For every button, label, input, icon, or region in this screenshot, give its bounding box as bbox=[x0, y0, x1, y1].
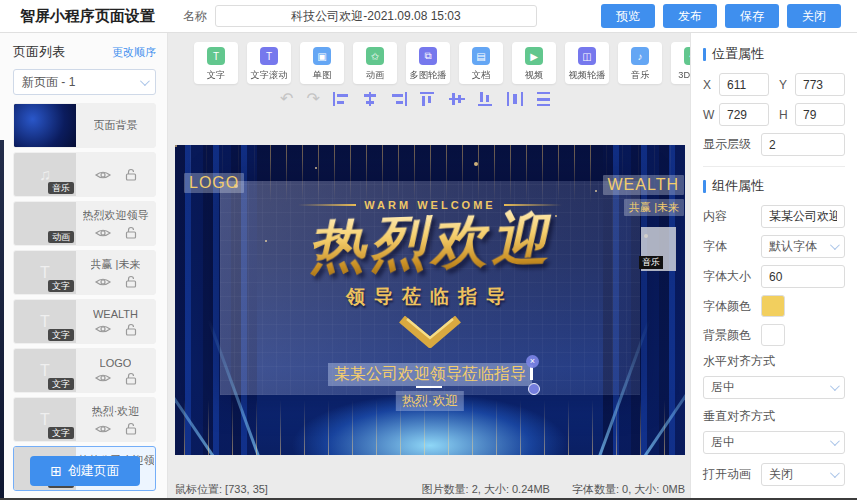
visibility-eye-icon[interactable] bbox=[95, 323, 111, 335]
component-music[interactable]: ♪ 音乐 bbox=[618, 42, 662, 84]
delete-element-icon[interactable]: × bbox=[526, 355, 539, 368]
status-bar: 鼠标位置: [733, 35] 图片数量: 2, 大小: 0.24MB 字体数量… bbox=[175, 482, 685, 497]
content-label: 内容 bbox=[703, 208, 761, 225]
background-thumbnail bbox=[14, 104, 76, 147]
component-text-scroll[interactable]: T 文字滚动 bbox=[247, 42, 291, 84]
text-icon: T bbox=[40, 362, 50, 380]
chevron-down-icon bbox=[830, 240, 840, 250]
image-count-status: 图片数量: 2, 大小: 0.24MB bbox=[422, 482, 550, 497]
v-align-dropdown[interactable]: 居中 bbox=[703, 431, 845, 454]
y-input[interactable] bbox=[795, 73, 845, 96]
page-select-dropdown[interactable]: 新页面 - 1 bbox=[13, 69, 156, 95]
lock-icon[interactable] bbox=[125, 422, 137, 435]
component-video-carousel[interactable]: ◫ 视频轮播 bbox=[565, 42, 609, 84]
layer-item-music[interactable]: ♫ 音乐 bbox=[13, 152, 156, 197]
reorder-link[interactable]: 更改顺序 bbox=[112, 45, 156, 60]
font-size-input[interactable] bbox=[761, 265, 845, 288]
mouse-position-status: 鼠标位置: [733, 35] bbox=[175, 482, 268, 497]
distribute-horizontal-icon[interactable] bbox=[507, 92, 523, 106]
visibility-eye-icon[interactable] bbox=[95, 372, 111, 384]
preview-button[interactable]: 预览 bbox=[601, 4, 655, 28]
bg-color-label: 背景颜色 bbox=[703, 327, 761, 344]
align-right-icon[interactable] bbox=[391, 92, 407, 106]
h-align-dropdown[interactable]: 居中 bbox=[703, 376, 845, 399]
lock-icon[interactable] bbox=[125, 168, 137, 181]
window-left-edge bbox=[0, 140, 4, 500]
bg-color-swatch[interactable] bbox=[761, 324, 785, 346]
open-animation-dropdown[interactable]: 关闭 bbox=[761, 463, 845, 486]
content-input[interactable] bbox=[761, 205, 845, 228]
header-buttons: 预览 发布 保存 关闭 bbox=[601, 4, 841, 28]
distribute-vertical-icon[interactable] bbox=[536, 92, 552, 106]
v-align-label: 垂直对齐方式 bbox=[703, 408, 845, 425]
font-color-swatch[interactable] bbox=[761, 295, 785, 317]
visibility-eye-icon[interactable] bbox=[95, 169, 111, 181]
publish-button[interactable]: 发布 bbox=[663, 4, 717, 28]
layer-item-text-wealth[interactable]: T 文字 WEALTH bbox=[13, 299, 156, 344]
layer-item-background[interactable]: 页面背景 bbox=[13, 103, 156, 148]
canvas-wealth-text[interactable]: WEALTH bbox=[603, 175, 684, 195]
page-list-sidebar: 页面列表 更改顺序 新页面 - 1 页面背景 ♫ 音乐 bbox=[0, 33, 168, 500]
layer-item-text-winwin[interactable]: T 文字 共赢 |未来 bbox=[13, 250, 156, 295]
layer-item-animation[interactable]: 动画 热烈欢迎领导 bbox=[13, 201, 156, 246]
section-divider bbox=[703, 166, 845, 167]
redo-icon[interactable]: ↷ bbox=[306, 91, 319, 107]
layer-level-input[interactable] bbox=[761, 133, 845, 156]
w-input[interactable] bbox=[719, 103, 769, 126]
component-animation[interactable]: ✩ 动画 bbox=[353, 42, 397, 84]
layer-label: 热烈欢迎领导 bbox=[83, 208, 149, 223]
save-button[interactable]: 保存 bbox=[725, 4, 779, 28]
visibility-eye-icon[interactable] bbox=[95, 276, 111, 288]
align-center-horizontal-icon[interactable] bbox=[362, 92, 378, 106]
layer-item-text-welcome[interactable]: T 文字 热烈·欢迎 bbox=[13, 397, 156, 442]
component-video[interactable]: ▶ 视频 bbox=[512, 42, 556, 84]
main-title-text: 热烈欢迎 bbox=[175, 196, 685, 291]
text-icon: T bbox=[40, 411, 50, 429]
text-thumbnail: T 文字 bbox=[14, 300, 76, 343]
font-label: 字体 bbox=[703, 238, 761, 255]
layer-level-label: 显示层级 bbox=[703, 136, 761, 153]
resize-handle[interactable] bbox=[528, 383, 540, 395]
lock-icon[interactable] bbox=[125, 275, 137, 288]
x-input[interactable] bbox=[719, 73, 769, 96]
visibility-eye-icon[interactable] bbox=[95, 423, 111, 435]
visibility-eye-icon[interactable] bbox=[95, 227, 111, 239]
align-top-icon[interactable] bbox=[420, 92, 436, 106]
text-icon: T bbox=[207, 47, 225, 65]
music-icon: ♫ bbox=[39, 166, 51, 184]
layer-label: WEALTH bbox=[93, 308, 138, 320]
canvas-small-welcome-text[interactable]: 热烈·欢迎 bbox=[396, 391, 464, 411]
h-input[interactable] bbox=[795, 103, 845, 126]
images-icon: ⧉ bbox=[419, 47, 437, 65]
sparkles-decoration bbox=[175, 145, 177, 147]
close-button[interactable]: 关闭 bbox=[787, 4, 841, 28]
chevron-down-icon bbox=[830, 381, 840, 391]
align-middle-vertical-icon[interactable] bbox=[449, 92, 465, 106]
page-name-input[interactable] bbox=[215, 5, 537, 27]
lock-icon[interactable] bbox=[125, 323, 137, 336]
design-canvas[interactable]: LOGO WEALTH 共赢 |未来 音乐 WARM WELCOME 热烈欢迎 … bbox=[175, 145, 685, 455]
layer-type-badge: 文字 bbox=[48, 280, 74, 292]
create-page-button[interactable]: ⊞ 创建页面 bbox=[30, 456, 140, 486]
name-label: 名称 bbox=[183, 8, 207, 25]
canvas-welcome-animation[interactable]: WARM WELCOME 热烈欢迎 领导莅临指导 bbox=[175, 199, 685, 352]
lock-icon[interactable] bbox=[125, 372, 137, 385]
font-count-status: 字体数量: 0, 大小: 0MB bbox=[572, 482, 685, 497]
layer-item-text-logo[interactable]: T 文字 LOGO bbox=[13, 348, 156, 393]
canvas-selected-text-element[interactable]: 某某公司欢迎领导莅临指导 × bbox=[328, 363, 532, 386]
text-icon: T bbox=[40, 313, 50, 331]
text-cursor-underline bbox=[416, 386, 442, 388]
align-left-icon[interactable] bbox=[333, 92, 349, 106]
lock-icon[interactable] bbox=[125, 226, 137, 239]
component-image-carousel[interactable]: ⧉ 多图轮播 bbox=[406, 42, 450, 84]
canvas-logo-text[interactable]: LOGO bbox=[184, 173, 244, 193]
undo-icon[interactable]: ↶ bbox=[280, 91, 293, 107]
component-text[interactable]: T 文字 bbox=[194, 42, 238, 84]
text-thumbnail: T 文字 bbox=[14, 398, 76, 441]
font-dropdown[interactable]: 默认字体 bbox=[761, 235, 845, 258]
create-page-label: 创建页面 bbox=[68, 462, 120, 480]
component-single-image[interactable]: ▣ 单图 bbox=[300, 42, 344, 84]
align-bottom-icon[interactable] bbox=[478, 92, 494, 106]
component-document[interactable]: ▤ 文档 bbox=[459, 42, 503, 84]
h-align-value: 居中 bbox=[711, 379, 735, 396]
